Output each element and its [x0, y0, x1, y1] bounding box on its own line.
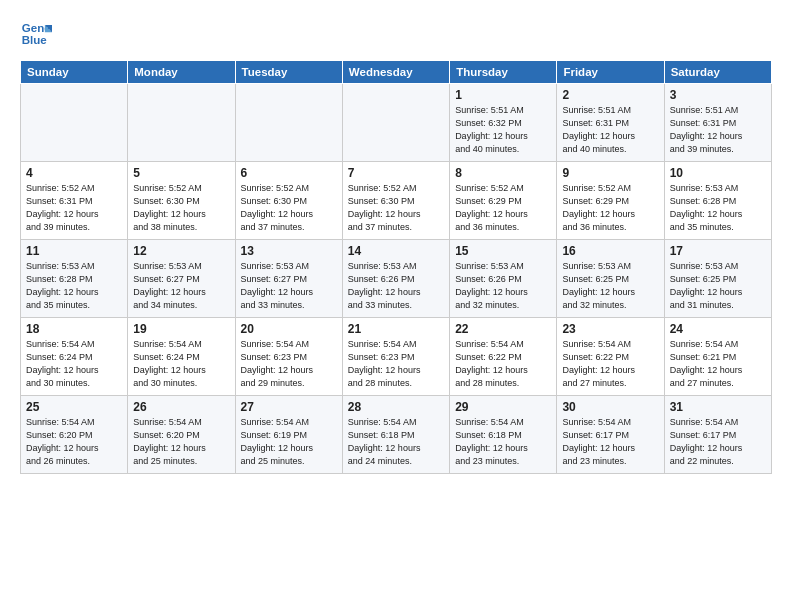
calendar-cell: 9Sunrise: 5:52 AM Sunset: 6:29 PM Daylig… — [557, 162, 664, 240]
day-info: Sunrise: 5:52 AM Sunset: 6:29 PM Dayligh… — [455, 182, 551, 234]
day-info: Sunrise: 5:54 AM Sunset: 6:19 PM Dayligh… — [241, 416, 337, 468]
day-info: Sunrise: 5:53 AM Sunset: 6:27 PM Dayligh… — [241, 260, 337, 312]
calendar-cell: 21Sunrise: 5:54 AM Sunset: 6:23 PM Dayli… — [342, 318, 449, 396]
day-number: 4 — [26, 166, 122, 180]
day-number: 23 — [562, 322, 658, 336]
calendar-cell: 1Sunrise: 5:51 AM Sunset: 6:32 PM Daylig… — [450, 84, 557, 162]
day-info: Sunrise: 5:54 AM Sunset: 6:23 PM Dayligh… — [241, 338, 337, 390]
calendar-cell: 30Sunrise: 5:54 AM Sunset: 6:17 PM Dayli… — [557, 396, 664, 474]
week-row-4: 18Sunrise: 5:54 AM Sunset: 6:24 PM Dayli… — [21, 318, 772, 396]
day-number: 12 — [133, 244, 229, 258]
day-number: 2 — [562, 88, 658, 102]
day-info: Sunrise: 5:54 AM Sunset: 6:20 PM Dayligh… — [133, 416, 229, 468]
calendar-cell: 16Sunrise: 5:53 AM Sunset: 6:25 PM Dayli… — [557, 240, 664, 318]
day-number: 7 — [348, 166, 444, 180]
calendar-cell: 2Sunrise: 5:51 AM Sunset: 6:31 PM Daylig… — [557, 84, 664, 162]
day-number: 1 — [455, 88, 551, 102]
calendar-cell: 22Sunrise: 5:54 AM Sunset: 6:22 PM Dayli… — [450, 318, 557, 396]
day-info: Sunrise: 5:53 AM Sunset: 6:25 PM Dayligh… — [670, 260, 766, 312]
day-info: Sunrise: 5:53 AM Sunset: 6:26 PM Dayligh… — [348, 260, 444, 312]
column-header-tuesday: Tuesday — [235, 61, 342, 84]
day-number: 11 — [26, 244, 122, 258]
calendar-cell: 19Sunrise: 5:54 AM Sunset: 6:24 PM Dayli… — [128, 318, 235, 396]
day-number: 14 — [348, 244, 444, 258]
day-info: Sunrise: 5:53 AM Sunset: 6:27 PM Dayligh… — [133, 260, 229, 312]
day-number: 3 — [670, 88, 766, 102]
day-number: 15 — [455, 244, 551, 258]
calendar-cell — [342, 84, 449, 162]
day-number: 26 — [133, 400, 229, 414]
calendar-cell: 23Sunrise: 5:54 AM Sunset: 6:22 PM Dayli… — [557, 318, 664, 396]
day-number: 6 — [241, 166, 337, 180]
header: General Blue — [20, 18, 772, 50]
calendar-cell — [128, 84, 235, 162]
day-number: 31 — [670, 400, 766, 414]
day-number: 28 — [348, 400, 444, 414]
calendar-cell: 13Sunrise: 5:53 AM Sunset: 6:27 PM Dayli… — [235, 240, 342, 318]
calendar-cell: 31Sunrise: 5:54 AM Sunset: 6:17 PM Dayli… — [664, 396, 771, 474]
calendar-cell: 29Sunrise: 5:54 AM Sunset: 6:18 PM Dayli… — [450, 396, 557, 474]
day-info: Sunrise: 5:53 AM Sunset: 6:25 PM Dayligh… — [562, 260, 658, 312]
day-info: Sunrise: 5:54 AM Sunset: 6:18 PM Dayligh… — [348, 416, 444, 468]
day-number: 24 — [670, 322, 766, 336]
day-number: 8 — [455, 166, 551, 180]
calendar-cell: 14Sunrise: 5:53 AM Sunset: 6:26 PM Dayli… — [342, 240, 449, 318]
calendar-cell: 25Sunrise: 5:54 AM Sunset: 6:20 PM Dayli… — [21, 396, 128, 474]
day-info: Sunrise: 5:52 AM Sunset: 6:31 PM Dayligh… — [26, 182, 122, 234]
week-row-5: 25Sunrise: 5:54 AM Sunset: 6:20 PM Dayli… — [21, 396, 772, 474]
calendar-cell: 4Sunrise: 5:52 AM Sunset: 6:31 PM Daylig… — [21, 162, 128, 240]
day-info: Sunrise: 5:54 AM Sunset: 6:24 PM Dayligh… — [26, 338, 122, 390]
calendar-cell: 8Sunrise: 5:52 AM Sunset: 6:29 PM Daylig… — [450, 162, 557, 240]
day-info: Sunrise: 5:52 AM Sunset: 6:30 PM Dayligh… — [348, 182, 444, 234]
day-number: 5 — [133, 166, 229, 180]
day-info: Sunrise: 5:53 AM Sunset: 6:28 PM Dayligh… — [670, 182, 766, 234]
column-header-sunday: Sunday — [21, 61, 128, 84]
day-number: 27 — [241, 400, 337, 414]
day-info: Sunrise: 5:52 AM Sunset: 6:30 PM Dayligh… — [133, 182, 229, 234]
calendar-cell: 27Sunrise: 5:54 AM Sunset: 6:19 PM Dayli… — [235, 396, 342, 474]
column-header-friday: Friday — [557, 61, 664, 84]
day-info: Sunrise: 5:54 AM Sunset: 6:24 PM Dayligh… — [133, 338, 229, 390]
calendar-cell: 7Sunrise: 5:52 AM Sunset: 6:30 PM Daylig… — [342, 162, 449, 240]
day-number: 9 — [562, 166, 658, 180]
calendar-cell — [21, 84, 128, 162]
column-header-saturday: Saturday — [664, 61, 771, 84]
day-info: Sunrise: 5:53 AM Sunset: 6:26 PM Dayligh… — [455, 260, 551, 312]
day-info: Sunrise: 5:51 AM Sunset: 6:32 PM Dayligh… — [455, 104, 551, 156]
calendar-table: SundayMondayTuesdayWednesdayThursdayFrid… — [20, 60, 772, 474]
column-header-thursday: Thursday — [450, 61, 557, 84]
logo: General Blue — [20, 18, 52, 50]
day-info: Sunrise: 5:54 AM Sunset: 6:21 PM Dayligh… — [670, 338, 766, 390]
day-info: Sunrise: 5:52 AM Sunset: 6:29 PM Dayligh… — [562, 182, 658, 234]
calendar-cell: 6Sunrise: 5:52 AM Sunset: 6:30 PM Daylig… — [235, 162, 342, 240]
calendar-cell: 12Sunrise: 5:53 AM Sunset: 6:27 PM Dayli… — [128, 240, 235, 318]
calendar-cell — [235, 84, 342, 162]
day-info: Sunrise: 5:51 AM Sunset: 6:31 PM Dayligh… — [562, 104, 658, 156]
day-info: Sunrise: 5:51 AM Sunset: 6:31 PM Dayligh… — [670, 104, 766, 156]
calendar-cell: 18Sunrise: 5:54 AM Sunset: 6:24 PM Dayli… — [21, 318, 128, 396]
week-row-2: 4Sunrise: 5:52 AM Sunset: 6:31 PM Daylig… — [21, 162, 772, 240]
calendar-cell: 15Sunrise: 5:53 AM Sunset: 6:26 PM Dayli… — [450, 240, 557, 318]
column-header-wednesday: Wednesday — [342, 61, 449, 84]
day-number: 20 — [241, 322, 337, 336]
calendar-cell: 28Sunrise: 5:54 AM Sunset: 6:18 PM Dayli… — [342, 396, 449, 474]
svg-text:Blue: Blue — [22, 34, 48, 46]
day-number: 25 — [26, 400, 122, 414]
calendar-cell: 20Sunrise: 5:54 AM Sunset: 6:23 PM Dayli… — [235, 318, 342, 396]
calendar-cell: 24Sunrise: 5:54 AM Sunset: 6:21 PM Dayli… — [664, 318, 771, 396]
day-info: Sunrise: 5:54 AM Sunset: 6:23 PM Dayligh… — [348, 338, 444, 390]
day-info: Sunrise: 5:54 AM Sunset: 6:17 PM Dayligh… — [562, 416, 658, 468]
day-number: 22 — [455, 322, 551, 336]
day-info: Sunrise: 5:54 AM Sunset: 6:22 PM Dayligh… — [562, 338, 658, 390]
header-row: SundayMondayTuesdayWednesdayThursdayFrid… — [21, 61, 772, 84]
day-number: 18 — [26, 322, 122, 336]
calendar-cell: 26Sunrise: 5:54 AM Sunset: 6:20 PM Dayli… — [128, 396, 235, 474]
column-header-monday: Monday — [128, 61, 235, 84]
logo-icon: General Blue — [20, 18, 52, 50]
calendar-cell: 3Sunrise: 5:51 AM Sunset: 6:31 PM Daylig… — [664, 84, 771, 162]
calendar-cell: 11Sunrise: 5:53 AM Sunset: 6:28 PM Dayli… — [21, 240, 128, 318]
day-info: Sunrise: 5:53 AM Sunset: 6:28 PM Dayligh… — [26, 260, 122, 312]
day-number: 29 — [455, 400, 551, 414]
day-number: 17 — [670, 244, 766, 258]
day-info: Sunrise: 5:54 AM Sunset: 6:17 PM Dayligh… — [670, 416, 766, 468]
